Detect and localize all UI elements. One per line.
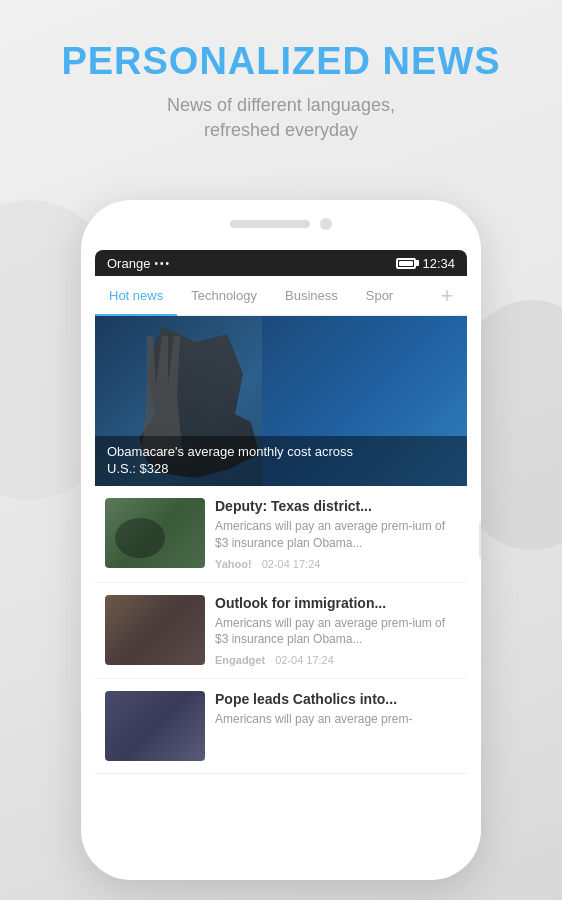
hero-image: Obamacare's average monthly cost across …	[95, 316, 467, 486]
page-subtitle: News of different languages, refreshed e…	[0, 93, 562, 143]
phone-speaker	[230, 220, 310, 228]
news-list: Deputy: Texas district... Americans will…	[95, 486, 467, 774]
news-thumbnail	[105, 498, 205, 568]
status-bar: Orange ••• 12:34	[95, 250, 467, 276]
news-item[interactable]: Outlook for immigration... Americans wil…	[95, 583, 467, 680]
phone-camera	[320, 218, 332, 230]
news-item[interactable]: Pope leads Catholics into... Americans w…	[95, 679, 467, 774]
phone-outer: Orange ••• 12:34 Hot news	[81, 200, 481, 880]
news-meta: Yahoo! 02-04 17:24	[215, 558, 457, 570]
news-source: Engadget	[215, 654, 265, 666]
carrier-info: Orange •••	[107, 256, 171, 271]
news-content: Outlook for immigration... Americans wil…	[215, 595, 457, 667]
news-thumbnail	[105, 595, 205, 665]
news-title: Deputy: Texas district...	[215, 498, 457, 514]
news-content: Pope leads Catholics into... Americans w…	[215, 691, 457, 761]
carrier-dots: •••	[154, 258, 171, 269]
battery-icon	[396, 258, 416, 269]
tab-business[interactable]: Business	[271, 276, 352, 316]
tabs-bar: Hot news Technology Business Spor +	[95, 276, 467, 316]
phone-top-bar	[230, 218, 332, 230]
news-excerpt: Americans will pay an average prem-ium o…	[215, 615, 457, 649]
hero-caption-line2: U.S.: $328	[107, 461, 455, 478]
phone-mockup: Orange ••• 12:34 Hot news	[81, 200, 481, 880]
news-source: Yahoo!	[215, 558, 252, 570]
status-time: 12:34	[422, 256, 455, 271]
news-item[interactable]: Deputy: Texas district... Americans will…	[95, 486, 467, 583]
hero-caption: Obamacare's average monthly cost across …	[95, 436, 467, 486]
time-battery: 12:34	[396, 256, 455, 271]
tab-hot-news[interactable]: Hot news	[95, 276, 177, 316]
hero-caption-line1: Obamacare's average monthly cost across	[107, 444, 455, 461]
news-date: 02-04 17:24	[262, 558, 321, 570]
news-date: 02-04 17:24	[275, 654, 334, 666]
tab-sports[interactable]: Spor	[352, 276, 407, 316]
news-excerpt: Americans will pay an average prem-ium o…	[215, 518, 457, 552]
carrier-name: Orange	[107, 256, 150, 271]
phone-side-arrow[interactable]	[479, 522, 481, 558]
page-title: PERSONALIZED NEWS	[0, 40, 562, 83]
add-tab-button[interactable]: +	[427, 276, 467, 316]
news-title: Pope leads Catholics into...	[215, 691, 457, 707]
tab-technology[interactable]: Technology	[177, 276, 271, 316]
news-meta: Engadget 02-04 17:24	[215, 654, 457, 666]
news-content: Deputy: Texas district... Americans will…	[215, 498, 457, 570]
news-thumbnail	[105, 691, 205, 761]
news-excerpt: Americans will pay an average prem-	[215, 711, 457, 728]
news-title: Outlook for immigration...	[215, 595, 457, 611]
phone-screen: Orange ••• 12:34 Hot news	[95, 250, 467, 830]
header-section: PERSONALIZED NEWS News of different lang…	[0, 0, 562, 163]
